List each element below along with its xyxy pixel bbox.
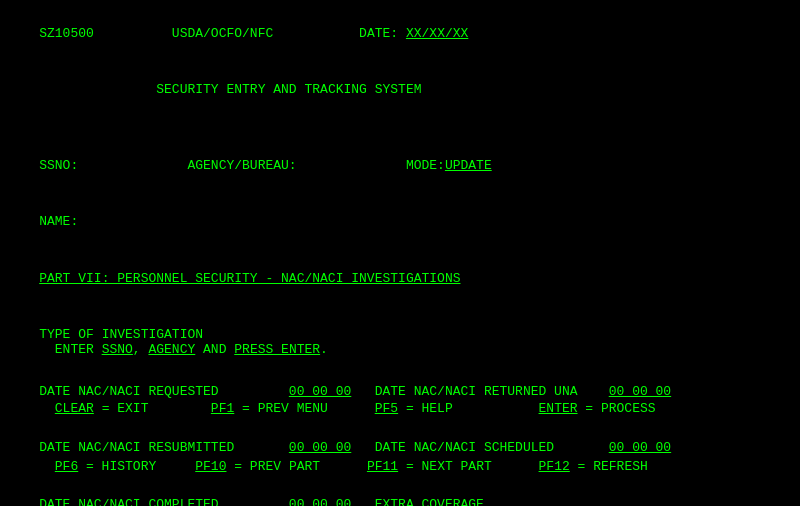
mode-value: UPDATE (445, 158, 492, 173)
ssno-label: SSNO: (39, 158, 78, 173)
header-title: USDA/OCFO/NFC (172, 26, 273, 41)
header-date-spacer (273, 26, 359, 41)
name-label: NAME: (39, 214, 78, 229)
enter-key[interactable]: ENTER (539, 401, 578, 416)
part7-title: PART VII: PERSONNEL SECURITY - NAC/NACI … (39, 271, 460, 286)
header-title-spacer (94, 26, 172, 41)
date-value: XX/XX/XX (406, 26, 468, 41)
footer-line2: PF6 = HISTORY PF10 = PREV PART PF11 = NE… (8, 438, 792, 497)
header-subtitle: SECURITY ENTRY AND TRACKING SYSTEM (156, 82, 421, 97)
footer-line1: CLEAR = EXIT PF1 = PREV MENU PF5 = HELP … (8, 379, 792, 438)
ssno-agency-line: SSNO: AGENCY/BUREAU: MODE:UPDATE (8, 138, 792, 195)
pf10-key[interactable]: PF10 (195, 459, 226, 474)
system-id: SZ10500 (39, 26, 94, 41)
main-screen: SZ10500 USDA/OCFO/NFC DATE: XX/XX/XX SEC… (8, 6, 792, 500)
p7r3-left-label: DATE NAC/NACI COMPLETED (39, 497, 289, 506)
pf6-key[interactable]: PF6 (55, 459, 78, 474)
mode-label: MODE: (406, 158, 445, 173)
header-subtitle-spacer (39, 82, 156, 97)
header-line1: SZ10500 USDA/OCFO/NFC DATE: XX/XX/XX (8, 6, 792, 63)
footer-instruction: ENTER SSNO, AGENCY AND PRESS ENTER. (8, 321, 792, 380)
p7r3-left-val: 00 00 00 (289, 497, 351, 506)
pf1-key[interactable]: PF1 (211, 401, 234, 416)
pf5-key[interactable]: PF5 (375, 401, 398, 416)
footer: ENTER SSNO, AGENCY AND PRESS ENTER. CLEA… (8, 321, 792, 497)
footer-enter-label: ENTER (55, 342, 102, 357)
header-line2: SECURITY ENTRY AND TRACKING SYSTEM (8, 63, 792, 120)
clear-key[interactable]: CLEAR (55, 401, 94, 416)
date-label: DATE: (359, 26, 398, 41)
pf11-key[interactable]: PF11 (367, 459, 398, 474)
agency-label: AGENCY/BUREAU: (187, 158, 296, 173)
name-line: NAME: (8, 194, 792, 251)
part7-title-line: PART VII: PERSONNEL SECURITY - NAC/NACI … (8, 251, 792, 308)
pf12-key[interactable]: PF12 (539, 459, 570, 474)
